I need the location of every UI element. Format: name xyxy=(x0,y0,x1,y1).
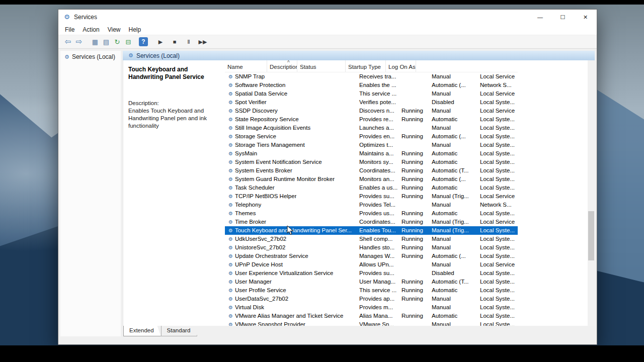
export-list-button[interactable]: ⊟ xyxy=(123,36,134,47)
tab-standard[interactable]: Standard xyxy=(161,326,198,336)
service-gear-icon: ⚙ xyxy=(228,235,233,243)
back-button[interactable]: ⇦ xyxy=(62,36,73,47)
scrollbar-thumb[interactable] xyxy=(588,211,594,260)
UnistoreSvc_27b02[interactable]: ⚙ UnistoreSvc_27b02 Handles sto... Runni… xyxy=(225,243,518,252)
Virtual Disk[interactable]: ⚙ Virtual Disk Provides m... Manual Loca… xyxy=(225,303,518,312)
State Repository Service[interactable]: ⚙ State Repository Service Provides re..… xyxy=(225,115,518,124)
service-gear-icon: ⚙ xyxy=(228,81,233,89)
menu-file[interactable]: File xyxy=(61,25,78,34)
VMware Alias Manager and Ticket Service[interactable]: ⚙ VMware Alias Manager and Ticket Servic… xyxy=(225,312,518,320)
service-gear-icon: ⚙ xyxy=(228,124,233,132)
col-status[interactable]: Status xyxy=(297,60,346,72)
window-title: Services xyxy=(74,14,97,21)
services-list-pane: ^ NameDescriptionStatusStartup TypeLog O… xyxy=(225,60,595,326)
col-startup-type[interactable]: Startup Type xyxy=(346,60,386,72)
service-gear-icon: ⚙ xyxy=(228,141,233,149)
pane-header-gear-icon: ⚙ xyxy=(128,52,133,59)
Storage Service[interactable]: ⚙ Storage Service Provides en... Running… xyxy=(225,132,518,141)
show-console-tree-button[interactable]: ▦ xyxy=(90,36,101,47)
sort-ascending-icon: ^ xyxy=(287,60,290,65)
description-label: Description: xyxy=(128,100,222,106)
main-pane: ⚙ Services (Local) Touch Keyboard and Ha… xyxy=(123,51,595,336)
Spot Verifier[interactable]: ⚙ Spot Verifier Verifies pote... Disable… xyxy=(225,98,518,107)
col-description[interactable]: Description xyxy=(267,60,297,72)
forward-button[interactable]: ⇨ xyxy=(73,36,85,47)
UserDataSvc_27b02[interactable]: ⚙ UserDataSvc_27b02 Provides ap... Runni… xyxy=(225,295,518,303)
service-gear-icon: ⚙ xyxy=(228,89,233,98)
service-gear-icon: ⚙ xyxy=(228,320,233,326)
view-tabs: ExtendedStandard xyxy=(123,326,595,336)
pane-header-label: Services (Local) xyxy=(136,52,180,59)
refresh-button[interactable]: ↻ xyxy=(112,36,123,47)
service-gear-icon: ⚙ xyxy=(228,166,233,175)
service-gear-icon: ⚙ xyxy=(228,312,233,320)
service-gear-icon: ⚙ xyxy=(228,201,233,209)
UdkUserSvc_27b02[interactable]: ⚙ UdkUserSvc_27b02 Shell comp... Running… xyxy=(225,235,518,243)
service-gear-icon: ⚙ xyxy=(228,218,233,226)
service-gear-icon: ⚙ xyxy=(228,243,233,252)
service-gear-icon: ⚙ xyxy=(228,278,233,286)
Telephony[interactable]: ⚙ Telephony Provides Tel... Manual Netwo… xyxy=(225,201,518,209)
User Profile Service[interactable]: ⚙ User Profile Service This service ... … xyxy=(225,286,518,295)
properties-button[interactable]: ▤ xyxy=(101,36,112,47)
SSDP Discovery[interactable]: ⚙ SSDP Discovery Discovers n... Running … xyxy=(225,107,518,115)
VMware Snapshot Provider[interactable]: ⚙ VMware Snapshot Provider VMware Sn... … xyxy=(225,320,518,326)
toolbar: ⇦⇨▦▤↻⊟?▶■Ⅱ▶▶ xyxy=(58,35,597,49)
Task Scheduler[interactable]: ⚙ Task Scheduler Enables a us... Running… xyxy=(225,184,518,192)
service-gear-icon: ⚙ xyxy=(228,184,233,192)
col-name[interactable]: Name xyxy=(225,60,267,72)
System Events Broker[interactable]: ⚙ System Events Broker Coordinates... Ru… xyxy=(225,166,518,175)
service-gear-icon: ⚙ xyxy=(228,260,233,269)
Touch Keyboard and Handwriting Panel Ser...[interactable]: ⚙ Touch Keyboard and Handwriting Panel S… xyxy=(225,226,518,235)
service-gear-icon: ⚙ xyxy=(228,175,233,184)
Software Protection[interactable]: ⚙ Software Protection Enables the ... Au… xyxy=(225,81,518,89)
menu-help[interactable]: Help xyxy=(125,25,145,34)
Themes[interactable]: ⚙ Themes Provides us... Running Automati… xyxy=(225,209,518,218)
stop-service-button[interactable]: ■ xyxy=(169,36,180,47)
start-service-button[interactable]: ▶ xyxy=(155,36,166,47)
SNMP Trap[interactable]: ⚙ SNMP Trap Receives tra... Manual Local… xyxy=(225,72,518,81)
Time Broker[interactable]: ⚙ Time Broker Coordinates... Running Man… xyxy=(225,218,518,226)
User Experience Virtualization Service[interactable]: ⚙ User Experience Virtualization Service… xyxy=(225,269,518,278)
TCP/IP NetBIOS Helper[interactable]: ⚙ TCP/IP NetBIOS Helper Provides su... R… xyxy=(225,192,518,201)
services-rows: ⚙ SNMP Trap Receives tra... Manual Local… xyxy=(225,72,518,326)
service-gear-icon: ⚙ xyxy=(228,295,233,303)
close-button[interactable]: ✕ xyxy=(574,10,597,25)
console-tree-pane: ⚙ Services (Local) xyxy=(60,51,121,336)
services-tree-icon: ⚙ xyxy=(64,54,69,60)
minimize-button[interactable]: — xyxy=(529,10,551,25)
maximize-button[interactable]: ☐ xyxy=(551,10,574,25)
service-gear-icon: ⚙ xyxy=(228,149,233,158)
service-gear-icon: ⚙ xyxy=(228,303,233,312)
UPnP Device Host[interactable]: ⚙ UPnP Device Host Allows UPn... Manual … xyxy=(225,260,518,269)
service-gear-icon: ⚙ xyxy=(228,158,233,166)
Storage Tiers Management[interactable]: ⚙ Storage Tiers Management Optimizes t..… xyxy=(225,141,518,149)
service-gear-icon: ⚙ xyxy=(228,107,233,115)
pause-service-button[interactable]: Ⅱ xyxy=(183,36,194,47)
vertical-scrollbar[interactable] xyxy=(588,60,595,326)
selected-service-title: Touch Keyboard and Handwriting Panel Ser… xyxy=(128,66,222,81)
service-gear-icon: ⚙ xyxy=(228,72,233,81)
Spatial Data Service[interactable]: ⚙ Spatial Data Service This service ... … xyxy=(225,89,518,98)
Still Image Acquisition Events[interactable]: ⚙ Still Image Acquisition Events Launche… xyxy=(225,124,518,132)
window-body: ⚙ Services (Local) ⚙ Services (Local) To… xyxy=(58,49,597,344)
column-headers: ^ NameDescriptionStatusStartup TypeLog O… xyxy=(225,60,518,72)
service-gear-icon: ⚙ xyxy=(228,132,233,141)
tree-item-services-local[interactable]: ⚙ Services (Local) xyxy=(60,51,121,62)
screen: ⚙ Services — ☐ ✕ FileActionViewHelp ⇦⇨▦▤… xyxy=(0,0,644,362)
Update Orchestrator Service[interactable]: ⚙ Update Orchestrator Service Manages W.… xyxy=(225,252,518,260)
tab-extended[interactable]: Extended xyxy=(123,326,161,336)
service-gear-icon: ⚙ xyxy=(228,115,233,124)
caption-buttons: — ☐ ✕ xyxy=(529,10,597,25)
SysMain[interactable]: ⚙ SysMain Maintains a... Running Automat… xyxy=(225,149,518,158)
help-button[interactable]: ? xyxy=(139,37,148,46)
menu-action[interactable]: Action xyxy=(78,25,103,34)
System Event Notification Service[interactable]: ⚙ System Event Notification Service Moni… xyxy=(225,158,518,166)
System Guard Runtime Monitor Broker[interactable]: ⚙ System Guard Runtime Monitor Broker Mo… xyxy=(225,175,518,184)
col-log-on-as[interactable]: Log On As xyxy=(386,60,416,72)
User Manager[interactable]: ⚙ User Manager User Manag... Running Aut… xyxy=(225,278,518,286)
restart-service-button[interactable]: ▶▶ xyxy=(197,36,208,47)
title-bar: ⚙ Services — ☐ ✕ xyxy=(58,10,597,25)
menu-view[interactable]: View xyxy=(104,25,125,34)
pane-header: ⚙ Services (Local) xyxy=(123,51,595,60)
